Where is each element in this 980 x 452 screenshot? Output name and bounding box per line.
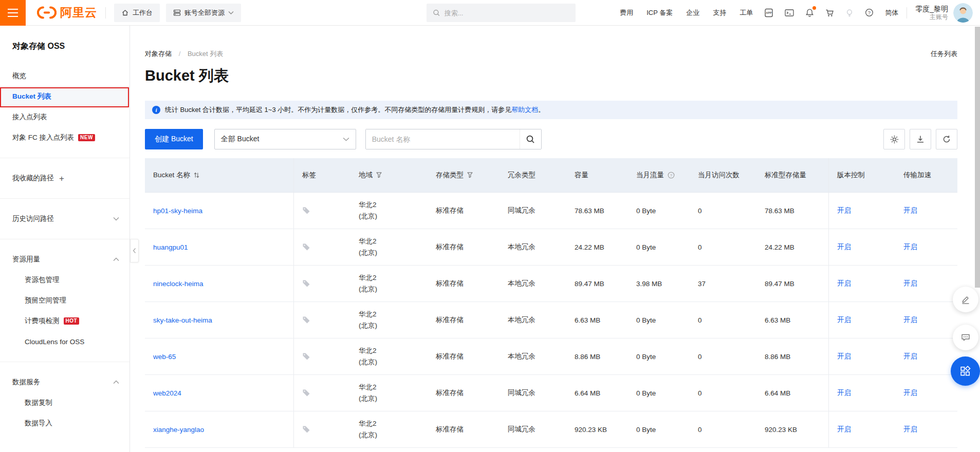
acceleration-cell: 开启 <box>895 266 957 302</box>
standard-storage-cell: 78.63 MB <box>756 193 828 229</box>
bucket-search-input[interactable] <box>366 129 520 149</box>
acceleration-link[interactable]: 开启 <box>903 352 917 361</box>
sidebar-group-resource-usage[interactable]: 资源用量 <box>0 249 130 270</box>
acceleration-link[interactable]: 开启 <box>903 425 917 434</box>
cart-icon[interactable] <box>825 9 834 17</box>
acceleration-link[interactable]: 开启 <box>903 315 917 325</box>
capacity-cell: 8.86 MB <box>566 338 628 374</box>
sidebar-item-data-replication[interactable]: 数据复制 <box>0 392 130 413</box>
bucket-name-link[interactable]: nineclock-heima <box>153 280 204 288</box>
sidebar-item-favorites[interactable]: 我收藏的路径 + <box>0 168 130 189</box>
acceleration-link[interactable]: 开启 <box>903 388 917 398</box>
standard-storage-cell: 920.23 KB <box>756 411 828 447</box>
help-doc-link[interactable]: 帮助文档 <box>511 105 538 115</box>
versioning-link[interactable]: 开启 <box>837 315 851 325</box>
capacity-cell: 78.63 MB <box>566 193 628 229</box>
global-search-input[interactable] <box>445 9 569 17</box>
settings-button[interactable] <box>883 129 905 149</box>
resources-dropdown[interactable]: 账号全部资源 <box>166 4 241 22</box>
filter-icon[interactable] <box>376 172 382 178</box>
acceleration-link[interactable]: 开启 <box>903 206 917 215</box>
acceleration-link[interactable]: 开启 <box>903 242 917 252</box>
column-header-monthly-traffic: 当月流量 ? <box>628 158 690 192</box>
monthly-visits-cell: 0 <box>690 302 756 338</box>
search-button[interactable] <box>520 129 541 149</box>
versioning-link[interactable]: 开启 <box>837 425 851 434</box>
sidebar-collapse-handle[interactable] <box>130 239 139 262</box>
banner-text: 统计 Bucket 合计数据，平均延迟 1~3 小时。不作为计量数据，仅作参考。… <box>165 105 511 115</box>
language-switch[interactable]: 简体 <box>885 8 898 17</box>
storage-class-cell: 标准存储 <box>428 266 500 302</box>
versioning-link[interactable]: 开启 <box>837 206 851 215</box>
chat-button[interactable] <box>953 325 978 350</box>
sidebar-group-data-service[interactable]: 数据服务 <box>0 372 130 392</box>
versioning-link[interactable]: 开启 <box>837 352 851 361</box>
nav-item-icp[interactable]: ICP 备案 <box>646 8 673 17</box>
region-cell: 华北2 (北京) <box>350 411 428 447</box>
svg-text:?: ? <box>868 10 871 15</box>
capacity-cell: 6.63 MB <box>566 302 628 338</box>
sidebar-item-access-points[interactable]: 接入点列表 <box>0 107 130 127</box>
app-center-button[interactable] <box>951 356 980 386</box>
standard-storage-cell: 8.86 MB <box>756 338 828 374</box>
search-icon <box>433 9 440 17</box>
divider <box>0 362 130 362</box>
nav-item-billing[interactable]: 费用 <box>620 8 633 17</box>
sidebar-item-label: 我收藏的路径 <box>12 174 54 183</box>
monthly-traffic-cell: 0 Byte <box>628 375 690 411</box>
bucket-name-link[interactable]: web2024 <box>153 389 181 397</box>
standard-storage-cell: 24.22 MB <box>756 229 828 265</box>
feedback-pencil-button[interactable] <box>953 287 978 312</box>
bucket-table-body: hp01-sky-heima 华北2 (北京) 标准存储 同城冗余 78.63 … <box>145 193 957 448</box>
global-search[interactable] <box>427 4 576 22</box>
sidebar-item-billing-check[interactable]: 计费项检测 HOT <box>0 311 130 331</box>
versioning-link[interactable]: 开启 <box>837 388 851 398</box>
sort-icon[interactable] <box>194 172 199 178</box>
acceleration-link[interactable]: 开启 <box>903 279 917 288</box>
workbench-label: 工作台 <box>133 8 153 17</box>
plus-icon[interactable]: + <box>59 174 64 183</box>
create-bucket-button[interactable]: 创建 Bucket <box>145 129 203 149</box>
bulb-icon[interactable] <box>845 9 854 17</box>
download-button[interactable] <box>910 129 931 149</box>
aliyun-logo[interactable]: 阿里云 <box>37 5 97 21</box>
breadcrumb-root[interactable]: 对象存储 <box>145 50 172 58</box>
app-icon[interactable]: APP <box>764 8 773 17</box>
region-cell: 华北2 (北京) <box>350 302 428 338</box>
sidebar-item-data-import[interactable]: 数据导入 <box>0 413 130 434</box>
sidebar-item-cloudlens[interactable]: CloudLens for OSS <box>0 331 130 352</box>
bucket-name-link[interactable]: sky-take-out-heima <box>153 316 212 324</box>
scrollbar[interactable] <box>975 27 980 288</box>
bucket-name-link[interactable]: hp01-sky-heima <box>153 207 202 215</box>
sidebar-item-overview[interactable]: 概览 <box>0 66 130 86</box>
avatar[interactable] <box>953 3 973 23</box>
help-icon[interactable]: ? <box>865 8 874 17</box>
region-cell: 华北2 (北京) <box>350 229 428 265</box>
nav-item-enterprise[interactable]: 企业 <box>686 8 699 17</box>
sidebar-item-fc-access-points[interactable]: 对象 FC 接入点列表 NEW <box>0 127 130 148</box>
sidebar-item-history[interactable]: 历史访问路径 <box>0 209 130 229</box>
filter-icon[interactable] <box>467 172 473 178</box>
nav-item-tickets[interactable]: 工单 <box>739 8 753 17</box>
bell-icon[interactable] <box>805 8 814 17</box>
hamburger-menu[interactable] <box>0 0 26 26</box>
user-info[interactable]: 零度_黎明 主账号 <box>915 4 948 22</box>
sidebar-item-reserved-capacity[interactable]: 预留空间管理 <box>0 290 130 311</box>
nav-item-support[interactable]: 支持 <box>713 8 726 17</box>
bucket-filter-select[interactable]: 全部 Bucket <box>214 129 356 149</box>
versioning-link[interactable]: 开启 <box>837 242 851 252</box>
workbench-button[interactable]: 工作台 <box>114 4 160 22</box>
sidebar-item-resource-packages[interactable]: 资源包管理 <box>0 270 130 290</box>
region-line-2: (北京) <box>359 356 377 368</box>
sidebar-item-bucket-list[interactable]: Bucket 列表 <box>0 86 130 107</box>
refresh-button[interactable] <box>936 129 957 149</box>
task-list-link[interactable]: 任务列表 <box>931 49 957 59</box>
table-row: sky-take-out-heima 华北2 (北京) 标准存储 本地冗余 6.… <box>145 302 957 338</box>
bucket-name-link[interactable]: huangpu01 <box>153 243 188 251</box>
bucket-name-link[interactable]: xianghe-yanglao <box>153 426 204 434</box>
region-line-1: 华北2 <box>359 382 377 393</box>
versioning-link[interactable]: 开启 <box>837 279 851 288</box>
question-icon[interactable]: ? <box>668 172 675 179</box>
terminal-icon[interactable] <box>785 9 794 17</box>
bucket-name-link[interactable]: web-65 <box>153 353 176 361</box>
